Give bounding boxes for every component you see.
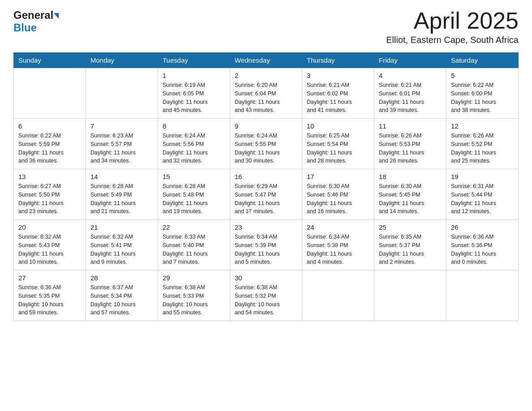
cell-day-number: 27 bbox=[18, 274, 81, 282]
weekday-header-wednesday: Wednesday bbox=[230, 53, 302, 68]
cell-day-number: 14 bbox=[90, 173, 153, 180]
cell-day-number: 29 bbox=[163, 274, 225, 282]
calendar-week-row: 20Sunrise: 6:32 AM Sunset: 5:43 PM Dayli… bbox=[14, 220, 519, 270]
cell-info: Sunrise: 6:21 AM Sunset: 6:01 PM Dayligh… bbox=[379, 81, 442, 115]
cell-info: Sunrise: 6:38 AM Sunset: 5:33 PM Dayligh… bbox=[163, 283, 225, 317]
cell-info: Sunrise: 6:31 AM Sunset: 5:44 PM Dayligh… bbox=[451, 182, 514, 216]
calendar-cell: 25Sunrise: 6:35 AM Sunset: 5:37 PM Dayli… bbox=[374, 220, 446, 270]
cell-info: Sunrise: 6:29 AM Sunset: 5:47 PM Dayligh… bbox=[235, 182, 297, 216]
cell-info: Sunrise: 6:36 AM Sunset: 5:36 PM Dayligh… bbox=[451, 233, 514, 266]
calendar-cell: 23Sunrise: 6:34 AM Sunset: 5:39 PM Dayli… bbox=[230, 220, 302, 270]
cell-day-number: 11 bbox=[379, 122, 442, 130]
cell-info: Sunrise: 6:34 AM Sunset: 5:39 PM Dayligh… bbox=[235, 233, 297, 266]
location-title: Elliot, Eastern Cape, South Africa bbox=[386, 35, 519, 45]
calendar-table: SundayMondayTuesdayWednesdayThursdayFrid… bbox=[13, 52, 519, 321]
calendar-cell: 1Sunrise: 6:19 AM Sunset: 6:05 PM Daylig… bbox=[158, 68, 230, 119]
calendar-week-row: 27Sunrise: 6:36 AM Sunset: 5:35 PM Dayli… bbox=[14, 270, 519, 321]
cell-day-number: 10 bbox=[307, 122, 369, 130]
weekday-header-sunday: Sunday bbox=[14, 53, 86, 68]
cell-day-number: 8 bbox=[163, 122, 225, 130]
cell-info: Sunrise: 6:22 AM Sunset: 5:59 PM Dayligh… bbox=[18, 132, 81, 165]
cell-info: Sunrise: 6:25 AM Sunset: 5:54 PM Dayligh… bbox=[307, 132, 369, 165]
calendar-cell: 21Sunrise: 6:32 AM Sunset: 5:41 PM Dayli… bbox=[86, 220, 158, 270]
cell-day-number: 22 bbox=[163, 223, 225, 231]
calendar-week-row: 1Sunrise: 6:19 AM Sunset: 6:05 PM Daylig… bbox=[14, 68, 519, 119]
calendar-cell: 6Sunrise: 6:22 AM Sunset: 5:59 PM Daylig… bbox=[14, 119, 86, 169]
cell-info: Sunrise: 6:22 AM Sunset: 6:00 PM Dayligh… bbox=[451, 81, 514, 115]
calendar-cell: 13Sunrise: 6:27 AM Sunset: 5:50 PM Dayli… bbox=[14, 169, 86, 220]
cell-day-number: 21 bbox=[90, 223, 153, 231]
cell-info: Sunrise: 6:38 AM Sunset: 5:32 PM Dayligh… bbox=[235, 283, 297, 317]
month-title: April 2025 bbox=[386, 9, 519, 32]
calendar-cell: 17Sunrise: 6:30 AM Sunset: 5:46 PM Dayli… bbox=[302, 169, 374, 220]
cell-info: Sunrise: 6:24 AM Sunset: 5:56 PM Dayligh… bbox=[163, 132, 225, 165]
calendar-cell: 20Sunrise: 6:32 AM Sunset: 5:43 PM Dayli… bbox=[14, 220, 86, 270]
cell-info: Sunrise: 6:20 AM Sunset: 6:04 PM Dayligh… bbox=[235, 81, 297, 115]
logo: General Blue bbox=[13, 9, 59, 34]
cell-day-number: 2 bbox=[235, 72, 297, 79]
cell-info: Sunrise: 6:37 AM Sunset: 5:34 PM Dayligh… bbox=[90, 283, 153, 317]
cell-info: Sunrise: 6:32 AM Sunset: 5:41 PM Dayligh… bbox=[90, 233, 153, 266]
calendar-cell bbox=[14, 68, 86, 119]
cell-info: Sunrise: 6:21 AM Sunset: 6:02 PM Dayligh… bbox=[307, 81, 369, 115]
logo-blue-text: Blue bbox=[13, 21, 37, 34]
cell-day-number: 1 bbox=[163, 72, 225, 79]
cell-day-number: 5 bbox=[451, 72, 514, 79]
cell-day-number: 15 bbox=[163, 173, 225, 180]
cell-info: Sunrise: 6:28 AM Sunset: 5:49 PM Dayligh… bbox=[90, 182, 153, 216]
calendar-cell: 5Sunrise: 6:22 AM Sunset: 6:00 PM Daylig… bbox=[446, 68, 519, 119]
calendar-cell bbox=[86, 68, 158, 119]
title-block: April 2025 Elliot, Eastern Cape, South A… bbox=[386, 9, 519, 45]
calendar-cell: 30Sunrise: 6:38 AM Sunset: 5:32 PM Dayli… bbox=[230, 270, 302, 321]
calendar-cell: 19Sunrise: 6:31 AM Sunset: 5:44 PM Dayli… bbox=[446, 169, 519, 220]
calendar-cell: 24Sunrise: 6:34 AM Sunset: 5:38 PM Dayli… bbox=[302, 220, 374, 270]
cell-info: Sunrise: 6:34 AM Sunset: 5:38 PM Dayligh… bbox=[307, 233, 369, 266]
calendar-cell: 7Sunrise: 6:23 AM Sunset: 5:57 PM Daylig… bbox=[86, 119, 158, 169]
cell-day-number: 17 bbox=[307, 173, 369, 180]
cell-info: Sunrise: 6:19 AM Sunset: 6:05 PM Dayligh… bbox=[163, 81, 225, 115]
cell-day-number: 25 bbox=[379, 223, 442, 231]
cell-day-number: 19 bbox=[451, 173, 514, 180]
cell-day-number: 13 bbox=[18, 173, 81, 180]
calendar-week-row: 6Sunrise: 6:22 AM Sunset: 5:59 PM Daylig… bbox=[14, 119, 519, 169]
cell-info: Sunrise: 6:28 AM Sunset: 5:48 PM Dayligh… bbox=[163, 182, 225, 216]
cell-info: Sunrise: 6:30 AM Sunset: 5:45 PM Dayligh… bbox=[379, 182, 442, 216]
logo-general-text: General bbox=[13, 9, 53, 21]
weekday-header-monday: Monday bbox=[86, 53, 158, 68]
calendar-cell bbox=[302, 270, 374, 321]
cell-day-number: 28 bbox=[90, 274, 153, 282]
cell-info: Sunrise: 6:30 AM Sunset: 5:46 PM Dayligh… bbox=[307, 182, 369, 216]
cell-day-number: 20 bbox=[18, 223, 81, 231]
cell-day-number: 3 bbox=[307, 72, 369, 79]
cell-info: Sunrise: 6:35 AM Sunset: 5:37 PM Dayligh… bbox=[379, 233, 442, 266]
cell-info: Sunrise: 6:26 AM Sunset: 5:52 PM Dayligh… bbox=[451, 132, 514, 165]
calendar-cell: 4Sunrise: 6:21 AM Sunset: 6:01 PM Daylig… bbox=[374, 68, 446, 119]
page-header: General Blue April 2025 Elliot, Eastern … bbox=[13, 9, 519, 45]
cell-day-number: 12 bbox=[451, 122, 514, 130]
cell-day-number: 4 bbox=[379, 72, 442, 79]
calendar-cell: 3Sunrise: 6:21 AM Sunset: 6:02 PM Daylig… bbox=[302, 68, 374, 119]
weekday-header-thursday: Thursday bbox=[302, 53, 374, 68]
logo-triangle-icon bbox=[54, 13, 59, 19]
cell-day-number: 30 bbox=[235, 274, 297, 282]
cell-info: Sunrise: 6:23 AM Sunset: 5:57 PM Dayligh… bbox=[90, 132, 153, 165]
calendar-cell: 10Sunrise: 6:25 AM Sunset: 5:54 PM Dayli… bbox=[302, 119, 374, 169]
cell-info: Sunrise: 6:36 AM Sunset: 5:35 PM Dayligh… bbox=[18, 283, 81, 317]
cell-day-number: 18 bbox=[379, 173, 442, 180]
calendar-cell: 15Sunrise: 6:28 AM Sunset: 5:48 PM Dayli… bbox=[158, 169, 230, 220]
cell-info: Sunrise: 6:33 AM Sunset: 5:40 PM Dayligh… bbox=[163, 233, 225, 266]
cell-day-number: 9 bbox=[235, 122, 297, 130]
calendar-cell: 8Sunrise: 6:24 AM Sunset: 5:56 PM Daylig… bbox=[158, 119, 230, 169]
calendar-cell: 16Sunrise: 6:29 AM Sunset: 5:47 PM Dayli… bbox=[230, 169, 302, 220]
cell-day-number: 26 bbox=[451, 223, 514, 231]
cell-day-number: 23 bbox=[235, 223, 297, 231]
calendar-cell: 9Sunrise: 6:24 AM Sunset: 5:55 PM Daylig… bbox=[230, 119, 302, 169]
cell-day-number: 24 bbox=[307, 223, 369, 231]
weekday-header-friday: Friday bbox=[374, 53, 446, 68]
cell-info: Sunrise: 6:27 AM Sunset: 5:50 PM Dayligh… bbox=[18, 182, 81, 216]
weekday-header-saturday: Saturday bbox=[446, 53, 519, 68]
weekday-header-row: SundayMondayTuesdayWednesdayThursdayFrid… bbox=[14, 53, 519, 68]
calendar-cell: 14Sunrise: 6:28 AM Sunset: 5:49 PM Dayli… bbox=[86, 169, 158, 220]
calendar-cell bbox=[374, 270, 446, 321]
calendar-cell: 11Sunrise: 6:26 AM Sunset: 5:53 PM Dayli… bbox=[374, 119, 446, 169]
